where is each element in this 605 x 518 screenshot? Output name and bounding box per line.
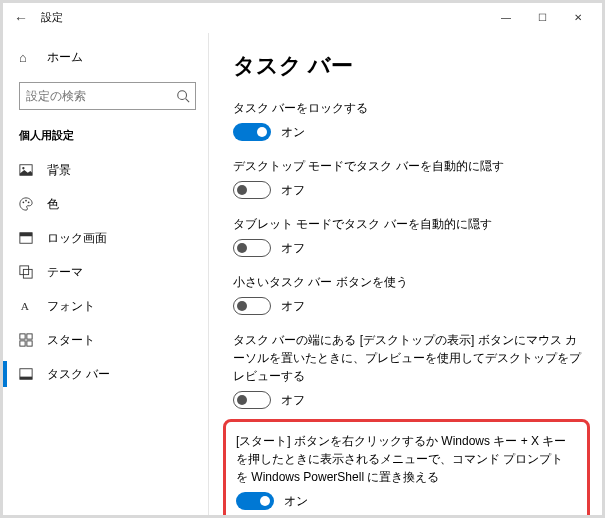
home-icon: ⌂ [19, 50, 35, 65]
svg-point-4 [23, 201, 25, 203]
toggle-state-text: オフ [281, 298, 305, 315]
palette-icon [19, 197, 35, 211]
sidebar-item-label: テーマ [47, 264, 83, 281]
sidebar-item-colors[interactable]: 色 [3, 187, 208, 221]
toggle-state-text: オフ [281, 240, 305, 257]
toggle-powershell-replace[interactable] [236, 492, 274, 510]
toggle-lock-taskbar[interactable] [233, 123, 271, 141]
setting-peek-desktop: タスク バーの端にある [デスクトップの表示] ボタンにマウス カーソルを置いた… [233, 331, 582, 409]
search-icon [176, 89, 190, 103]
toggle-small-buttons[interactable] [233, 297, 271, 315]
sidebar-item-label: スタート [47, 332, 95, 349]
sidebar-item-label: 背景 [47, 162, 71, 179]
home-link[interactable]: ⌂ ホーム [3, 43, 208, 72]
setting-powershell-replace: [スタート] ボタンを右クリックするか Windows キー + X キーを押し… [236, 432, 575, 510]
setting-small-buttons: 小さいタスク バー ボタンを使う オフ [233, 273, 582, 315]
setting-label: 小さいタスク バー ボタンを使う [233, 273, 582, 291]
svg-point-0 [178, 91, 187, 100]
toggle-state-text: オフ [281, 182, 305, 199]
svg-rect-14 [20, 341, 25, 346]
start-icon [19, 333, 35, 347]
taskbar-icon [19, 367, 35, 381]
minimize-button[interactable]: ― [488, 6, 524, 30]
svg-text:A: A [21, 300, 30, 312]
sidebar-item-lockscreen[interactable]: ロック画面 [3, 221, 208, 255]
sidebar-item-fonts[interactable]: A フォント [3, 289, 208, 323]
svg-rect-10 [23, 269, 32, 278]
toggle-state-text: オフ [281, 392, 305, 409]
home-label: ホーム [47, 49, 83, 66]
sidebar-item-label: タスク バー [47, 366, 110, 383]
setting-label: デスクトップ モードでタスク バーを自動的に隠す [233, 157, 582, 175]
svg-rect-13 [27, 334, 32, 339]
setting-autohide-tablet: タブレット モードでタスク バーを自動的に隠す オフ [233, 215, 582, 257]
svg-rect-12 [20, 334, 25, 339]
sidebar-section-heading: 個人用設定 [3, 124, 208, 153]
setting-lock-taskbar: タスク バーをロックする オン [233, 99, 582, 141]
setting-autohide-desktop: デスクトップ モードでタスク バーを自動的に隠す オフ [233, 157, 582, 199]
search-input[interactable] [26, 89, 176, 103]
sidebar-item-background[interactable]: 背景 [3, 153, 208, 187]
search-box[interactable] [19, 82, 196, 110]
maximize-button[interactable]: ☐ [524, 6, 560, 30]
sidebar-item-label: フォント [47, 298, 95, 315]
toggle-autohide-desktop[interactable] [233, 181, 271, 199]
svg-point-6 [28, 201, 30, 203]
sidebar-item-taskbar[interactable]: タスク バー [3, 357, 208, 391]
content-pane: タスク バー タスク バーをロックする オン デスクトップ モードでタスク バー… [209, 33, 602, 515]
theme-icon [19, 265, 35, 279]
lock-screen-icon [19, 231, 35, 245]
svg-rect-15 [27, 341, 32, 346]
setting-label: タブレット モードでタスク バーを自動的に隠す [233, 215, 582, 233]
toggle-state-text: オン [284, 493, 308, 510]
svg-rect-9 [20, 266, 29, 275]
back-button[interactable]: ← [9, 10, 33, 26]
page-heading: タスク バー [233, 51, 582, 81]
svg-point-5 [25, 200, 27, 202]
sidebar-item-start[interactable]: スタート [3, 323, 208, 357]
setting-label: [スタート] ボタンを右クリックするか Windows キー + X キーを押し… [236, 432, 575, 486]
image-icon [19, 163, 35, 177]
setting-label: タスク バーの端にある [デスクトップの表示] ボタンにマウス カーソルを置いた… [233, 331, 582, 385]
sidebar-item-themes[interactable]: テーマ [3, 255, 208, 289]
font-icon: A [19, 299, 35, 313]
svg-line-1 [186, 99, 190, 103]
toggle-autohide-tablet[interactable] [233, 239, 271, 257]
sidebar-item-label: 色 [47, 196, 59, 213]
sidebar-item-label: ロック画面 [47, 230, 107, 247]
highlighted-setting: [スタート] ボタンを右クリックするか Windows キー + X キーを押し… [223, 419, 590, 515]
close-button[interactable]: ✕ [560, 6, 596, 30]
svg-rect-8 [20, 233, 32, 237]
titlebar: ← 設定 ― ☐ ✕ [3, 3, 602, 33]
svg-rect-17 [20, 377, 32, 380]
toggle-state-text: オン [281, 124, 305, 141]
svg-point-3 [22, 167, 24, 169]
setting-label: タスク バーをロックする [233, 99, 582, 117]
toggle-peek-desktop[interactable] [233, 391, 271, 409]
window-title: 設定 [41, 10, 63, 25]
sidebar: ⌂ ホーム 個人用設定 背景 色 ロック画面 [3, 33, 209, 515]
